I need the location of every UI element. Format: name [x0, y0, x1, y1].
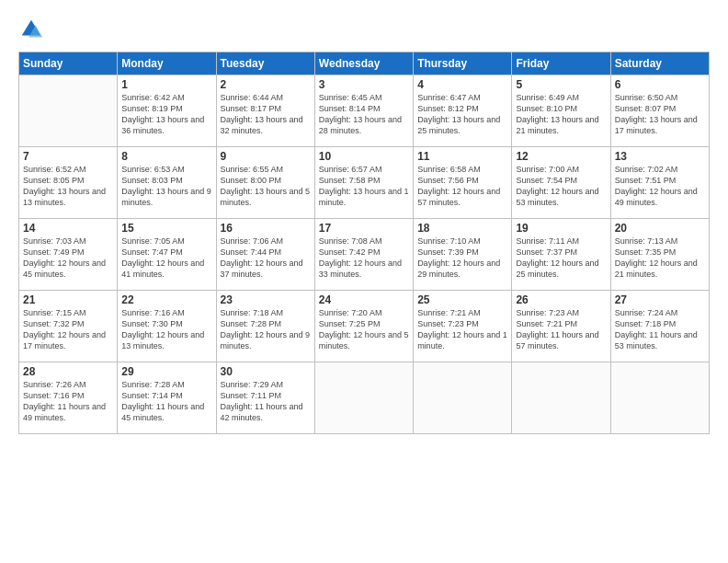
calendar-cell: 14Sunrise: 7:03 AM Sunset: 7:49 PM Dayli… — [19, 219, 118, 291]
day-number: 17 — [319, 222, 409, 235]
day-info: Sunrise: 7:13 AM Sunset: 7:35 PM Dayligh… — [615, 236, 705, 281]
calendar-cell: 28Sunrise: 7:26 AM Sunset: 7:16 PM Dayli… — [19, 362, 118, 434]
calendar-cell: 26Sunrise: 7:23 AM Sunset: 7:21 PM Dayli… — [512, 291, 610, 362]
calendar-cell: 17Sunrise: 7:08 AM Sunset: 7:42 PM Dayli… — [314, 219, 413, 291]
day-info: Sunrise: 6:52 AM Sunset: 8:05 PM Dayligh… — [23, 164, 113, 209]
weekday-header-wednesday: Wednesday — [314, 52, 413, 75]
calendar-cell: 23Sunrise: 7:18 AM Sunset: 7:28 PM Dayli… — [216, 291, 314, 362]
day-info: Sunrise: 7:05 AM Sunset: 7:47 PM Dayligh… — [121, 236, 211, 281]
weekday-header-monday: Monday — [118, 52, 216, 75]
day-info: Sunrise: 7:15 AM Sunset: 7:32 PM Dayligh… — [23, 307, 113, 352]
day-info: Sunrise: 6:58 AM Sunset: 7:56 PM Dayligh… — [417, 164, 507, 209]
calendar: SundayMondayTuesdayWednesdayThursdayFrid… — [18, 52, 710, 434]
week-row-2: 7Sunrise: 6:52 AM Sunset: 8:05 PM Daylig… — [19, 147, 710, 219]
day-info: Sunrise: 6:50 AM Sunset: 8:07 PM Dayligh… — [615, 92, 705, 137]
calendar-cell — [314, 362, 413, 434]
day-info: Sunrise: 6:53 AM Sunset: 8:03 PM Dayligh… — [121, 164, 211, 209]
calendar-cell: 13Sunrise: 7:02 AM Sunset: 7:51 PM Dayli… — [610, 147, 709, 219]
calendar-cell: 25Sunrise: 7:21 AM Sunset: 7:23 PM Dayli… — [414, 291, 512, 362]
day-info: Sunrise: 7:02 AM Sunset: 7:51 PM Dayligh… — [615, 164, 705, 209]
day-number: 11 — [417, 150, 507, 163]
day-info: Sunrise: 6:44 AM Sunset: 8:17 PM Dayligh… — [221, 92, 311, 137]
day-number: 28 — [23, 365, 113, 378]
calendar-cell: 2Sunrise: 6:44 AM Sunset: 8:17 PM Daylig… — [216, 75, 314, 147]
day-info: Sunrise: 7:28 AM Sunset: 7:14 PM Dayligh… — [121, 379, 211, 424]
day-number: 10 — [319, 150, 409, 163]
calendar-cell: 22Sunrise: 7:16 AM Sunset: 7:30 PM Dayli… — [118, 291, 216, 362]
calendar-cell: 30Sunrise: 7:29 AM Sunset: 7:11 PM Dayli… — [216, 362, 314, 434]
day-info: Sunrise: 7:18 AM Sunset: 7:28 PM Dayligh… — [221, 307, 311, 352]
calendar-cell: 16Sunrise: 7:06 AM Sunset: 7:44 PM Dayli… — [216, 219, 314, 291]
calendar-cell: 21Sunrise: 7:15 AM Sunset: 7:32 PM Dayli… — [19, 291, 118, 362]
logo-icon — [18, 17, 44, 42]
calendar-cell: 19Sunrise: 7:11 AM Sunset: 7:37 PM Dayli… — [512, 219, 610, 291]
week-row-4: 21Sunrise: 7:15 AM Sunset: 7:32 PM Dayli… — [19, 291, 710, 362]
day-number: 2 — [221, 78, 311, 91]
day-info: Sunrise: 6:42 AM Sunset: 8:19 PM Dayligh… — [121, 92, 211, 137]
day-number: 27 — [615, 293, 705, 306]
weekday-header-tuesday: Tuesday — [216, 52, 314, 75]
calendar-cell: 8Sunrise: 6:53 AM Sunset: 8:03 PM Daylig… — [118, 147, 216, 219]
logo — [18, 17, 48, 42]
day-number: 29 — [121, 365, 211, 378]
day-number: 13 — [615, 150, 705, 163]
day-info: Sunrise: 7:00 AM Sunset: 7:54 PM Dayligh… — [516, 164, 606, 209]
calendar-cell — [512, 362, 610, 434]
calendar-cell: 10Sunrise: 6:57 AM Sunset: 7:58 PM Dayli… — [314, 147, 413, 219]
calendar-cell: 7Sunrise: 6:52 AM Sunset: 8:05 PM Daylig… — [19, 147, 118, 219]
calendar-cell: 12Sunrise: 7:00 AM Sunset: 7:54 PM Dayli… — [512, 147, 610, 219]
day-number: 21 — [23, 293, 113, 306]
day-info: Sunrise: 7:20 AM Sunset: 7:25 PM Dayligh… — [319, 307, 409, 352]
day-number: 4 — [417, 78, 507, 91]
week-row-1: 1Sunrise: 6:42 AM Sunset: 8:19 PM Daylig… — [19, 75, 710, 147]
day-number: 26 — [516, 293, 606, 306]
day-info: Sunrise: 7:03 AM Sunset: 7:49 PM Dayligh… — [23, 236, 113, 281]
calendar-cell: 15Sunrise: 7:05 AM Sunset: 7:47 PM Dayli… — [118, 219, 216, 291]
day-info: Sunrise: 7:10 AM Sunset: 7:39 PM Dayligh… — [417, 236, 507, 281]
day-number: 14 — [23, 222, 113, 235]
calendar-cell — [610, 362, 709, 434]
day-number: 12 — [516, 150, 606, 163]
calendar-cell: 20Sunrise: 7:13 AM Sunset: 7:35 PM Dayli… — [610, 219, 709, 291]
weekday-header-sunday: Sunday — [19, 52, 118, 75]
day-info: Sunrise: 6:49 AM Sunset: 8:10 PM Dayligh… — [516, 92, 606, 137]
day-number: 23 — [221, 293, 311, 306]
day-number: 19 — [516, 222, 606, 235]
calendar-cell: 3Sunrise: 6:45 AM Sunset: 8:14 PM Daylig… — [314, 75, 413, 147]
day-number: 22 — [121, 293, 211, 306]
day-info: Sunrise: 7:11 AM Sunset: 7:37 PM Dayligh… — [516, 236, 606, 281]
day-number: 25 — [417, 293, 507, 306]
day-number: 15 — [121, 222, 211, 235]
day-number: 5 — [516, 78, 606, 91]
calendar-cell: 29Sunrise: 7:28 AM Sunset: 7:14 PM Dayli… — [118, 362, 216, 434]
day-number: 3 — [319, 78, 409, 91]
calendar-cell: 1Sunrise: 6:42 AM Sunset: 8:19 PM Daylig… — [118, 75, 216, 147]
week-row-3: 14Sunrise: 7:03 AM Sunset: 7:49 PM Dayli… — [19, 219, 710, 291]
weekday-header-saturday: Saturday — [610, 52, 709, 75]
calendar-cell — [414, 362, 512, 434]
day-info: Sunrise: 7:08 AM Sunset: 7:42 PM Dayligh… — [319, 236, 409, 281]
calendar-cell: 9Sunrise: 6:55 AM Sunset: 8:00 PM Daylig… — [216, 147, 314, 219]
day-number: 7 — [23, 150, 113, 163]
day-number: 9 — [221, 150, 311, 163]
calendar-cell: 11Sunrise: 6:58 AM Sunset: 7:56 PM Dayli… — [414, 147, 512, 219]
day-number: 8 — [121, 150, 211, 163]
day-number: 30 — [221, 365, 311, 378]
calendar-cell: 4Sunrise: 6:47 AM Sunset: 8:12 PM Daylig… — [414, 75, 512, 147]
day-number: 18 — [417, 222, 507, 235]
day-number: 16 — [221, 222, 311, 235]
calendar-cell: 18Sunrise: 7:10 AM Sunset: 7:39 PM Dayli… — [414, 219, 512, 291]
weekday-header-row: SundayMondayTuesdayWednesdayThursdayFrid… — [19, 52, 710, 75]
day-number: 1 — [121, 78, 211, 91]
page-header — [18, 17, 710, 42]
day-info: Sunrise: 7:21 AM Sunset: 7:23 PM Dayligh… — [417, 307, 507, 352]
day-info: Sunrise: 7:23 AM Sunset: 7:21 PM Dayligh… — [516, 307, 606, 352]
week-row-5: 28Sunrise: 7:26 AM Sunset: 7:16 PM Dayli… — [19, 362, 710, 434]
calendar-cell — [19, 75, 118, 147]
day-number: 24 — [319, 293, 409, 306]
day-number: 20 — [615, 222, 705, 235]
day-number: 6 — [615, 78, 705, 91]
day-info: Sunrise: 7:29 AM Sunset: 7:11 PM Dayligh… — [221, 379, 311, 424]
day-info: Sunrise: 6:45 AM Sunset: 8:14 PM Dayligh… — [319, 92, 409, 137]
day-info: Sunrise: 6:55 AM Sunset: 8:00 PM Dayligh… — [221, 164, 311, 209]
